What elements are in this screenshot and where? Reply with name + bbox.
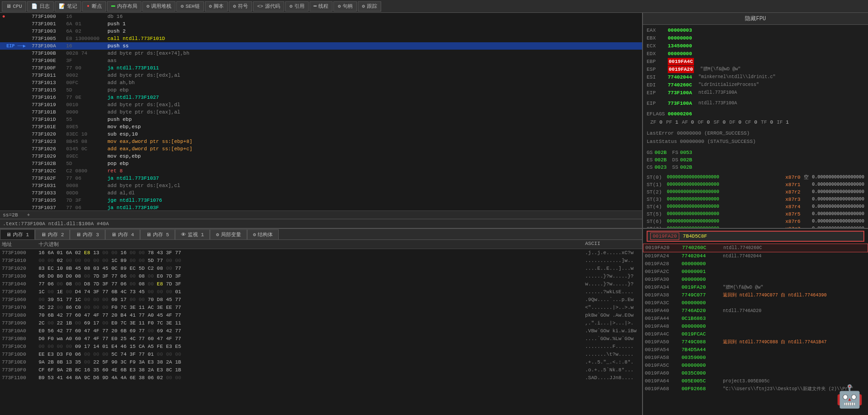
stack-row[interactable]: 0019FA3000000000 bbox=[643, 276, 868, 284]
disasm-row[interactable]: 773F102CC2 0800ret 8 bbox=[0, 167, 642, 175]
stack-row[interactable]: 0019FA440C1B6863 bbox=[643, 315, 868, 323]
memory-row[interactable]: 773F10F0CF 6F 9A 2B 8C 16 35 60 4E 6B E3… bbox=[0, 366, 642, 374]
disasm-row[interactable]: 773F10110002add byte ptr ds:[edx],al bbox=[0, 72, 642, 79]
disasm-row[interactable]: 773F10238B45 08mov eax,dword ptr ss:[ebp… bbox=[0, 138, 642, 145]
disasm-row[interactable]: 773F10190010add byte ptr ds:[eax],dl bbox=[0, 101, 642, 108]
disasm-row[interactable]: 773F101300FCadd ah,bh bbox=[0, 79, 642, 86]
disasm-row[interactable]: 773F101D55push ebp bbox=[0, 116, 642, 123]
toolbar-seh-btn[interactable]: ⚙ SEH链 bbox=[176, 1, 203, 11]
memory-tab-5[interactable]: 👁监视 1 bbox=[175, 229, 210, 239]
memory-row[interactable]: 773F10B0D0 F0 wa A0 60 47 4F 77 E0 25 4C… bbox=[0, 335, 642, 343]
reg-value[interactable]: 7740260C bbox=[668, 81, 692, 89]
stack-row[interactable]: 0019FA3C00000000 bbox=[643, 299, 868, 307]
stack-row[interactable]: 0019FA64005E005Cproject3.005E005c bbox=[643, 377, 868, 385]
disasm-row[interactable]: 773F102B5Dpop ebp bbox=[0, 160, 642, 167]
toolbar-threads-btn[interactable]: ━ 线程 bbox=[310, 1, 333, 11]
stack-row[interactable]: 0019FA6800F92668"C:\\Users\\ftnj23\\Desk… bbox=[643, 385, 868, 393]
disasm-row[interactable]: 773F1005E8 13000000call ntdll.773F101D bbox=[0, 35, 642, 42]
stack-row[interactable]: 0019FA340019FA20"膘M{\f&@wD @w" bbox=[643, 284, 868, 291]
eip-value[interactable]: 773F100A bbox=[668, 100, 692, 107]
disasm-row[interactable]: EIP ──▶773F100A16push ss bbox=[0, 42, 642, 50]
memory-row[interactable]: 773F10A0E0 56 42 77 60 47 4F 77 20 6B 69… bbox=[0, 327, 642, 335]
memory-row[interactable]: 773F10501C 00 1E 00 D4 74 3F 77 6B 4C 73… bbox=[0, 288, 642, 296]
disasm-row[interactable]: 773F101B0000add byte ptr ds:[eax],al bbox=[0, 108, 642, 116]
memory-row[interactable]: 773F106000 39 51 77 1C 00 00 00 60 17 00… bbox=[0, 296, 642, 304]
memory-tab-0[interactable]: 🖥内存 1 bbox=[0, 229, 35, 239]
disasm-row[interactable]: 773F10016A 01push 1 bbox=[0, 20, 642, 28]
memory-row[interactable]: 773F102083 EC 10 8B 45 08 03 45 0C 89 EC… bbox=[0, 265, 642, 273]
disasm-row[interactable]: ●773F100016db 16 bbox=[0, 13, 642, 20]
memory-row[interactable]: 773F10C000 00 00 00 09 17 14 01 E4 46 15… bbox=[0, 343, 642, 351]
reg-value[interactable]: 773F100A bbox=[668, 89, 692, 97]
memory-row[interactable]: 773F10D0EE E3 D3 F0 06 00 00 00 5C 74 3F… bbox=[0, 351, 642, 358]
disasm-row[interactable]: 773F101E89E5mov ebp,esp bbox=[0, 123, 642, 131]
toolbar-memory-layout-btn[interactable]: ━ 内存布局 bbox=[107, 1, 141, 11]
memory-row[interactable]: 773F104077 06 00 08 00 D8 7D 3F 77 06 00… bbox=[0, 280, 642, 288]
toolbar-script-btn[interactable]: ⚙ 脚本 bbox=[205, 1, 228, 11]
memory-row[interactable]: 773F101000 00 02 00 00 00 00 00 1C 89 00… bbox=[0, 257, 642, 265]
stack-row[interactable]: 0019FA600035C000 bbox=[643, 370, 868, 377]
toolbar-handles-btn[interactable]: ⚙ 句柄 bbox=[333, 1, 357, 11]
reg-value[interactable]: 00000003 bbox=[668, 27, 692, 34]
memory-tab-2[interactable]: 🖥内存 3 bbox=[70, 229, 105, 239]
memory-tab-6[interactable]: ⚙局部变量 bbox=[210, 229, 247, 239]
memory-tab-7[interactable]: ⚙结构体 bbox=[247, 229, 279, 239]
toolbar-cpu-btn[interactable]: 🖥 CPU bbox=[2, 1, 26, 11]
reg-content[interactable]: EAX00000003EBX00000000ECX13450000EDX0000… bbox=[643, 25, 868, 228]
reg-value[interactable]: 0019FA20 bbox=[668, 66, 694, 73]
reg-value[interactable]: 0019FA4C bbox=[668, 58, 694, 65]
disasm-row[interactable]: 773F10036A 02push 2 bbox=[0, 28, 642, 35]
memory-row[interactable]: 773F100016 6A 01 6A 02 E8 13 00 00 16 00… bbox=[0, 249, 642, 257]
memory-row[interactable]: 773F10902C 00 22 1B 00 69 17 00 E0 7C 3E… bbox=[0, 319, 642, 327]
stack-row[interactable]: 0019FA387749C077返回到 ntdll.7749C077 自 ntd… bbox=[643, 291, 868, 299]
disasm-row[interactable]: 773F103300D0add al,dl bbox=[0, 189, 642, 197]
stack-row[interactable]: 0019FA5800359000 bbox=[643, 354, 868, 362]
memory-row[interactable]: 773F1100B9 53 41 44 8A 9C D6 9D 4A 4A 6E… bbox=[0, 374, 642, 382]
toolbar-symbols-btn[interactable]: ⚙ 符号 bbox=[229, 1, 252, 11]
stack-row[interactable]: 0019FA547B4D5A44 bbox=[643, 346, 868, 354]
reg-value[interactable]: 00000000 bbox=[668, 50, 692, 57]
memory-row[interactable]: 773F108070 6B 42 77 60 47 4F 77 20 B4 41… bbox=[0, 312, 642, 319]
stack-content[interactable]: 0019FA207740260Cntdll.7740260C0019FA2477… bbox=[643, 244, 868, 415]
toolbar-log-btn[interactable]: 📄 日志 bbox=[27, 1, 54, 11]
memory-row[interactable]: 773F103006 D0 B0 D0 08 00 7D 3F 77 06 00… bbox=[0, 273, 642, 280]
toolbar-trace-btn[interactable]: ⚙ 跟踪 bbox=[358, 1, 381, 11]
stack-row[interactable]: 0019FA2C00000001 bbox=[643, 268, 868, 276]
disasm-row[interactable]: 773F10310008add byte ptr ds:[eax],cl bbox=[0, 182, 642, 189]
stack-row[interactable]: 0019FA507749C088返回到 ntdll.7749C088 自 ntd… bbox=[643, 338, 868, 346]
memory-row[interactable]: 773F10703C 22 00 86 C0 00 00 00 F0 7C 3E… bbox=[0, 304, 642, 312]
eflags-value[interactable]: 00000206 bbox=[668, 110, 692, 118]
stack-row[interactable]: 0019FA2800000000 bbox=[643, 260, 868, 268]
stack-row[interactable]: 0019FA207740260Cntdll.7740260C bbox=[643, 244, 868, 252]
stack-row[interactable]: 0019FA4800000000 bbox=[643, 323, 868, 330]
memory-row[interactable]: 773F10E09A 2B 8B 13 35 00 22 5F 90 3C F9… bbox=[0, 358, 642, 366]
disasm-row[interactable]: 773F10260345 0Cadd eax,dword ptr ss:[ebp… bbox=[0, 145, 642, 153]
disasm-content[interactable]: ●773F100016db 16773F10016A 01push 1773F1… bbox=[0, 13, 642, 210]
disasm-row[interactable]: 773F102F77 06ja ntdll.773F1037 bbox=[0, 175, 642, 182]
memory-content[interactable]: 773F100016 6A 01 6A 02 E8 13 00 00 16 00… bbox=[0, 249, 642, 415]
memory-tab-1[interactable]: 🖥内存 2 bbox=[35, 229, 70, 239]
reg-value[interactable]: 00000000 bbox=[668, 34, 692, 42]
disasm-row[interactable]: 773F10155Dpop ebp bbox=[0, 86, 642, 94]
memory-tab-3[interactable]: 🖥内存 4 bbox=[105, 229, 140, 239]
disasm-row[interactable]: 773F100F77 00ja ntdll.773F1011 bbox=[0, 64, 642, 72]
memory-tab-4[interactable]: 🖥内存 5 bbox=[140, 229, 175, 239]
stack-row[interactable]: 0019FA4C0019FCAC bbox=[643, 330, 868, 338]
disasm-row[interactable]: 773F102083EC 10sub esp,10 bbox=[0, 131, 642, 138]
disasm-row[interactable]: 773F100B0028 74add byte ptr ds:[eax+74],… bbox=[0, 50, 642, 57]
toolbar-notes-btn[interactable]: 📝 笔记 bbox=[55, 1, 81, 11]
disasm-row[interactable]: 773F100E3Faas bbox=[0, 57, 642, 64]
toolbar-callstack-btn[interactable]: ⚙ 调用堆栈 bbox=[142, 1, 176, 11]
toolbar-source-btn[interactable]: <> 源代码 bbox=[253, 1, 284, 11]
stack-row[interactable]: 0019FA5C00000000 bbox=[643, 362, 868, 370]
disasm-row[interactable]: 773F10357D 3Fjge ntdll.773F1076 bbox=[0, 197, 642, 204]
toolbar-references-btn[interactable]: ⚙ 引用 bbox=[285, 1, 309, 11]
reg-value[interactable]: 77402044 bbox=[668, 74, 692, 81]
stack-row[interactable]: 0019FA2477402044ntdll.77402044 bbox=[643, 252, 868, 260]
disasm-row[interactable]: 773F103777 06ja ntdll.773F103F bbox=[0, 204, 642, 210]
toolbar-breakpoint-btn[interactable]: • 断点 bbox=[82, 1, 106, 11]
disasm-row[interactable]: 773F101677 0Eja ntdll.773F1027 bbox=[0, 94, 642, 101]
disasm-row[interactable]: 773F102989ECmov esp,ebp bbox=[0, 153, 642, 160]
stack-row[interactable]: 0019FA407746AD20ntdll.7746AD20 bbox=[643, 307, 868, 315]
reg-value[interactable]: 13450000 bbox=[668, 42, 692, 50]
